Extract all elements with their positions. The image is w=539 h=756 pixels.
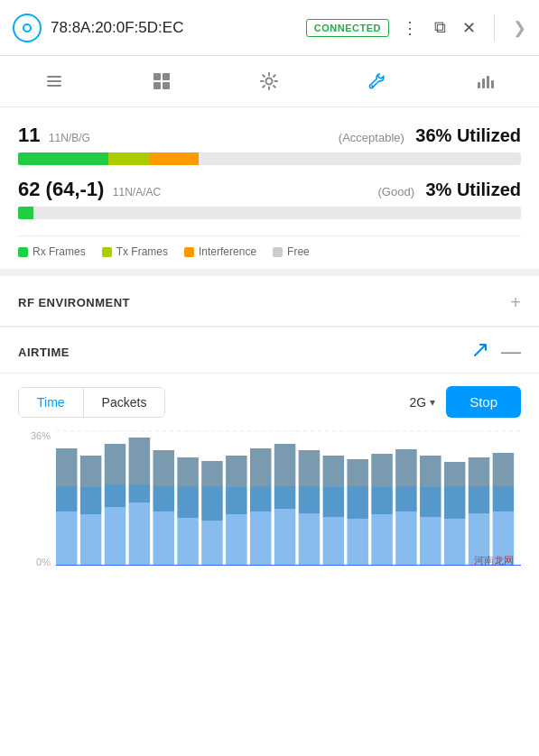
legend-tx-label: Tx Frames (116, 245, 168, 258)
device-icon (13, 14, 42, 42)
svg-rect-54 (371, 514, 393, 566)
channel-header-11: 11 11N/B/G (Acceptable) 36% Utilized (18, 124, 521, 147)
svg-rect-64 (469, 457, 490, 486)
svg-rect-68 (493, 486, 515, 512)
tab-list[interactable] (33, 61, 76, 101)
svg-rect-58 (420, 456, 441, 487)
svg-rect-32 (201, 486, 223, 521)
svg-rect-37 (250, 448, 272, 486)
svg-rect-59 (420, 487, 441, 517)
channel-utilized-11: 36% Utilized (415, 125, 521, 145)
channel-bar-62 (18, 207, 521, 219)
rf-environment-title: RF ENVIRONMENT (18, 296, 130, 309)
svg-rect-62 (444, 486, 466, 519)
svg-rect-34 (226, 456, 247, 487)
channel-quality-62: (Good) (378, 185, 414, 198)
nav-tabs (0, 56, 539, 107)
bar-tx-11 (108, 152, 149, 165)
svg-rect-15 (56, 512, 78, 566)
channel-stats-11: (Acceptable) 36% Utilized (339, 125, 521, 146)
chart-canvas: 河南龙网 (56, 430, 521, 575)
more-button[interactable]: ⋮ (400, 16, 420, 40)
rf-expand-button[interactable]: + (510, 292, 521, 313)
packets-tab[interactable]: Packets (83, 388, 165, 417)
svg-rect-45 (299, 513, 321, 566)
svg-rect-27 (153, 512, 174, 566)
chart-legend: Rx Frames Tx Frames Interference Free (18, 235, 521, 258)
channel-bar-11 (18, 152, 521, 165)
svg-rect-4 (163, 73, 170, 80)
band-selector[interactable]: 2G ▾ (409, 395, 435, 410)
svg-rect-56 (395, 486, 417, 512)
device-icon-inner (23, 23, 32, 32)
chart-svg (56, 430, 521, 566)
svg-rect-47 (323, 487, 345, 517)
header-divider (494, 14, 495, 41)
svg-rect-30 (177, 518, 199, 566)
band-label: 2G (409, 395, 426, 410)
y-label-bottom: 0% (36, 557, 51, 567)
dashboard-icon (152, 71, 172, 91)
settings-icon (259, 71, 279, 91)
svg-rect-48 (323, 517, 345, 566)
app-header: 78:8A:20:0F:5D:EC CONNECTED ⋮ ⧉ ✕ ❯ (0, 0, 539, 56)
tab-dashboard[interactable] (140, 61, 183, 101)
copy-button[interactable]: ⧉ (432, 16, 448, 39)
channel-row-11: 11 11N/B/G (Acceptable) 36% Utilized (18, 124, 521, 165)
svg-rect-12 (491, 80, 494, 88)
close-button[interactable]: ✕ (460, 16, 478, 40)
airtime-actions: — (472, 342, 521, 362)
airtime-header: AIRTIME — (0, 327, 539, 373)
svg-rect-29 (177, 486, 199, 518)
rf-environment-section: RF ENVIRONMENT + (0, 276, 539, 327)
header-actions: ⋮ ⧉ ✕ ❯ (400, 14, 526, 41)
channel-number-62: 62 (64,-1) (18, 178, 104, 200)
legend-rx-dot (18, 247, 28, 257)
channel-info-62: 62 (64,-1) 11N/A/AC (18, 178, 161, 201)
tab-settings[interactable] (247, 61, 291, 101)
svg-rect-49 (347, 459, 368, 486)
svg-rect-1 (47, 80, 61, 82)
svg-rect-28 (177, 457, 199, 486)
chart-y-axis: 36% 0% (18, 430, 56, 575)
time-tab[interactable]: Time (19, 388, 83, 417)
svg-rect-17 (80, 487, 102, 514)
channel-band-62: 11N/A/AC (113, 186, 161, 198)
right-controls: 2G ▾ Stop (409, 386, 521, 418)
tools-icon (367, 71, 387, 91)
svg-rect-46 (323, 456, 345, 487)
airtime-expand-icon[interactable] (472, 342, 488, 362)
svg-rect-39 (250, 512, 272, 566)
svg-rect-40 (274, 444, 296, 486)
svg-rect-24 (129, 502, 151, 566)
channel-number-11: 11 (18, 124, 40, 146)
bar-rx-11 (18, 152, 108, 165)
svg-rect-21 (105, 507, 126, 566)
svg-rect-57 (395, 512, 417, 566)
legend-tx: Tx Frames (102, 245, 168, 258)
channel-band-11: 11N/B/G (49, 132, 90, 144)
airtime-collapse-icon[interactable]: — (501, 342, 521, 362)
tab-tools[interactable] (356, 61, 399, 101)
legend-interference: Interference (184, 245, 256, 258)
svg-rect-43 (299, 450, 321, 486)
svg-rect-2 (47, 85, 61, 87)
channel-section: 11 11N/B/G (Acceptable) 36% Utilized 62 … (0, 107, 539, 276)
svg-rect-65 (469, 486, 490, 513)
stop-button[interactable]: Stop (446, 386, 521, 418)
stats-icon (475, 71, 495, 91)
chevron-right-icon: ❯ (513, 18, 526, 38)
svg-rect-9 (478, 82, 480, 88)
svg-rect-16 (80, 456, 102, 487)
airtime-section: AIRTIME — Time Packets 2G ▾ Stop (0, 327, 539, 584)
legend-tx-dot (102, 247, 112, 257)
svg-rect-63 (444, 519, 466, 566)
svg-rect-33 (201, 521, 223, 566)
svg-rect-25 (153, 450, 174, 486)
tab-stats[interactable] (463, 61, 506, 101)
watermark: 河南龙网 (474, 554, 514, 567)
svg-rect-19 (105, 444, 126, 484)
svg-rect-52 (371, 454, 393, 487)
svg-point-8 (371, 85, 373, 87)
time-packets-tabs: Time Packets (18, 387, 165, 418)
